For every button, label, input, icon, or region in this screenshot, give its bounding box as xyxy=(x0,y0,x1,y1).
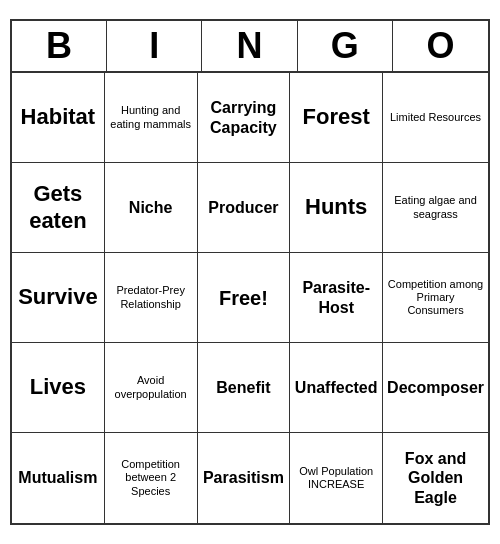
bingo-cell-0: Habitat xyxy=(12,73,105,163)
bingo-cell-23: Owl Population INCREASE xyxy=(290,433,383,523)
bingo-cell-21: Competition between 2 Species xyxy=(105,433,198,523)
cell-text-3: Forest xyxy=(303,104,370,130)
cell-text-21: Competition between 2 Species xyxy=(109,458,193,498)
bingo-cell-14: Competition among Primary Consumers xyxy=(383,253,488,343)
bingo-cell-22: Parasitism xyxy=(198,433,291,523)
cell-text-7: Producer xyxy=(208,198,278,217)
bingo-card: BINGO HabitatHunting and eating mammalsC… xyxy=(10,19,490,525)
bingo-cell-16: Avoid overpopulation xyxy=(105,343,198,433)
cell-text-22: Parasitism xyxy=(203,468,284,487)
bingo-cell-7: Producer xyxy=(198,163,291,253)
header-letter-n: N xyxy=(202,21,297,71)
header-letter-g: G xyxy=(298,21,393,71)
bingo-cell-24: Fox and Golden Eagle xyxy=(383,433,488,523)
cell-text-23: Owl Population INCREASE xyxy=(294,465,378,491)
bingo-cell-15: Lives xyxy=(12,343,105,433)
header-letter-o: O xyxy=(393,21,488,71)
cell-text-11: Predator-Prey Relationship xyxy=(109,284,193,310)
cell-text-4: Limited Resources xyxy=(390,111,481,124)
cell-text-1: Hunting and eating mammals xyxy=(109,104,193,130)
bingo-cell-17: Benefit xyxy=(198,343,291,433)
bingo-header: BINGO xyxy=(12,21,488,73)
cell-text-14: Competition among Primary Consumers xyxy=(387,278,484,318)
bingo-cell-18: Unaffected xyxy=(290,343,383,433)
cell-text-18: Unaffected xyxy=(295,378,378,397)
bingo-cell-9: Eating algae and seagrass xyxy=(383,163,488,253)
header-letter-i: I xyxy=(107,21,202,71)
cell-text-9: Eating algae and seagrass xyxy=(387,194,484,220)
bingo-cell-5: Gets eaten xyxy=(12,163,105,253)
cell-text-12: Free! xyxy=(219,286,268,310)
cell-text-2: Carrying Capacity xyxy=(202,98,286,136)
cell-text-10: Survive xyxy=(18,284,98,310)
bingo-cell-12: Free! xyxy=(198,253,291,343)
cell-text-5: Gets eaten xyxy=(16,181,100,234)
bingo-cell-20: Mutualism xyxy=(12,433,105,523)
header-letter-b: B xyxy=(12,21,107,71)
cell-text-0: Habitat xyxy=(21,104,96,130)
cell-text-8: Hunts xyxy=(305,194,367,220)
bingo-cell-19: Decomposer xyxy=(383,343,488,433)
bingo-grid: HabitatHunting and eating mammalsCarryin… xyxy=(12,73,488,523)
cell-text-6: Niche xyxy=(129,198,173,217)
bingo-cell-10: Survive xyxy=(12,253,105,343)
bingo-cell-3: Forest xyxy=(290,73,383,163)
cell-text-20: Mutualism xyxy=(18,468,97,487)
bingo-cell-13: Parasite-Host xyxy=(290,253,383,343)
bingo-cell-1: Hunting and eating mammals xyxy=(105,73,198,163)
bingo-cell-8: Hunts xyxy=(290,163,383,253)
bingo-cell-11: Predator-Prey Relationship xyxy=(105,253,198,343)
bingo-cell-6: Niche xyxy=(105,163,198,253)
cell-text-19: Decomposer xyxy=(387,378,484,397)
bingo-cell-4: Limited Resources xyxy=(383,73,488,163)
bingo-cell-2: Carrying Capacity xyxy=(198,73,291,163)
cell-text-17: Benefit xyxy=(216,378,270,397)
cell-text-15: Lives xyxy=(30,374,86,400)
cell-text-16: Avoid overpopulation xyxy=(109,374,193,400)
cell-text-13: Parasite-Host xyxy=(294,278,378,316)
cell-text-24: Fox and Golden Eagle xyxy=(387,449,484,507)
